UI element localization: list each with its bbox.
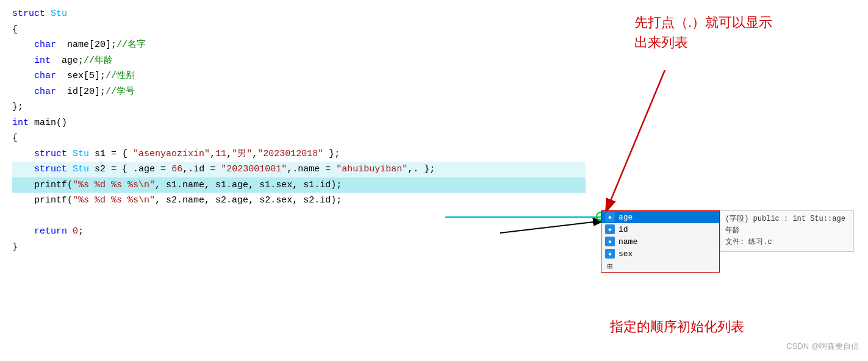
autocomplete-label-id: id xyxy=(619,225,628,234)
autocomplete-item-name[interactable]: ◆ name xyxy=(601,235,719,248)
autocomplete-icon-sex: ◆ xyxy=(605,249,615,259)
code-line-5: char sex[5];//性别 xyxy=(12,68,586,84)
annotation-bottom-text: 指定的顺序初始化列表 xyxy=(610,316,744,337)
autocomplete-item-sex[interactable]: ◆ sex xyxy=(601,248,719,260)
autocomplete-icon-expand: ⊞ xyxy=(605,261,615,271)
code-line-3: char name[20];//名字 xyxy=(12,37,586,53)
autocomplete-label-sex: sex xyxy=(619,249,633,259)
code-line-4: int age;//年龄 xyxy=(12,53,586,69)
code-line-15: return 0; xyxy=(12,224,586,240)
autocomplete-info-line2: 年龄 xyxy=(725,225,848,237)
code-editor: struct Stu { char name[20];//名字 int age;… xyxy=(0,0,598,361)
autocomplete-item-expand[interactable]: ⊞ xyxy=(601,260,719,272)
code-line-10: struct Stu s1 = { "asenyaozixin",11,"男",… xyxy=(12,146,586,162)
code-line-11: struct Stu s2 = { .age = 66,.id = "20230… xyxy=(12,162,586,177)
autocomplete-icon-age: ◆ xyxy=(605,212,615,222)
autocomplete-icon-name: ◆ xyxy=(605,237,615,246)
code-line-14 xyxy=(12,209,586,224)
watermark: CSDN @啊森要自信 xyxy=(786,341,859,352)
code-line-16: } xyxy=(12,240,586,256)
autocomplete-item-age[interactable]: ◆ age xyxy=(601,211,719,223)
autocomplete-label-name: name xyxy=(619,237,637,246)
code-line-7: }; xyxy=(12,99,586,115)
code-line-6: char id[20];//学号 xyxy=(12,84,586,100)
autocomplete-item-id[interactable]: ◆ id xyxy=(601,223,719,235)
annotation-top-text: 先打点（.）就可以显示出来列表 xyxy=(634,12,772,52)
annotation-area: 先打点（.）就可以显示出来列表 指定的顺序初始化列表 xyxy=(598,0,868,361)
autocomplete-icon-id: ◆ xyxy=(605,224,615,234)
code-line-2: { xyxy=(12,22,586,38)
autocomplete-label-age: age xyxy=(619,213,633,222)
autocomplete-info-line1: (字段) public : int Stu::age xyxy=(725,213,848,225)
code-line-1: struct Stu xyxy=(12,6,586,22)
autocomplete-info-panel: (字段) public : int Stu::age 年龄 文件: 练习.c xyxy=(720,210,854,252)
autocomplete-dropdown[interactable]: ◆ age ◆ id ◆ name ◆ sex ⊞ xyxy=(601,210,720,273)
code-line-8: int main() xyxy=(12,115,586,131)
code-line-13: printf("%s %d %s %s\n", s2.name, s2.age,… xyxy=(12,193,586,209)
autocomplete-info-line3: 文件: 练习.c xyxy=(725,237,848,248)
code-line-12: printf("%s %d %s %s\n", s1.name, s1.age,… xyxy=(12,177,586,193)
code-line-9: { xyxy=(12,130,586,146)
